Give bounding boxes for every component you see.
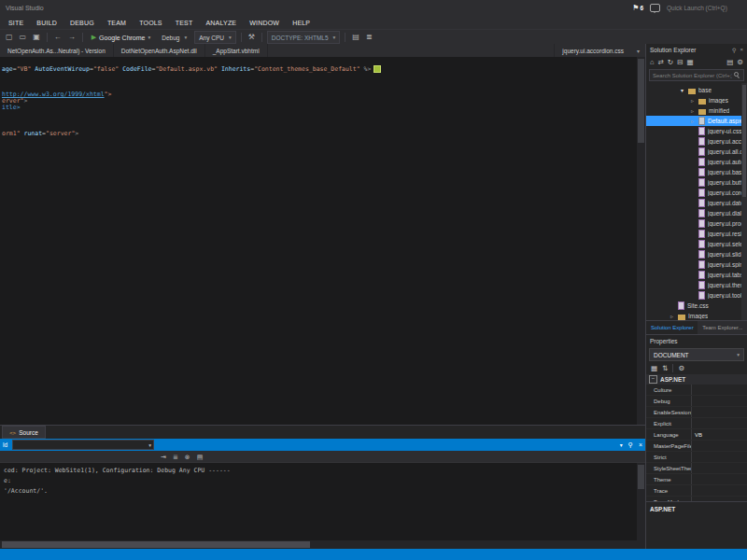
clear-all-icon[interactable]: ⊗ xyxy=(185,454,190,460)
property-pages-icon[interactable]: ⚙ xyxy=(678,365,684,372)
platform-dropdown[interactable]: Any CPU ▾ xyxy=(194,31,236,44)
chevron-collapsed-icon[interactable]: ▹ xyxy=(691,118,698,124)
property-value[interactable] xyxy=(692,407,747,417)
tree-item-jquery-ui-core-css[interactable]: jquery.ui.core.css xyxy=(646,188,747,198)
document-tab[interactable]: DotNetOpenAuth.AspNet.dll xyxy=(114,44,205,57)
output-title-bar[interactable]: ld ▾ ▾ ⚲ × xyxy=(0,439,645,451)
tab-solution-explorer[interactable]: Solution Explorer xyxy=(646,321,698,334)
collapse-category-icon[interactable]: − xyxy=(649,375,657,384)
solution-search-input[interactable]: Search Solution Explorer (Ctrl+;) xyxy=(649,69,744,81)
code-editor[interactable]: age="VB" AutoEventWireup="false" CodeFil… xyxy=(0,57,645,425)
tree-vertical-scrollbar[interactable] xyxy=(741,83,747,320)
property-row[interactable]: Culture xyxy=(646,385,747,396)
tree-item-default-aspx[interactable]: ▹Default.aspx xyxy=(646,116,747,126)
preview-document-tab[interactable]: jquery.ui.accordion.css xyxy=(554,44,631,57)
tree-item-jquery-ui-datepicker-css[interactable]: jquery.ui.datepicker.css xyxy=(646,198,747,208)
build-icon[interactable]: ⚒ xyxy=(247,34,257,41)
menu-item-debug[interactable]: DEBUG xyxy=(63,20,101,26)
tree-item-jquery-ui-progressbar-css[interactable]: jquery.ui.progressbar.css xyxy=(646,218,747,229)
tree-item-minified[interactable]: ▹minified xyxy=(646,105,747,116)
property-value[interactable] xyxy=(692,452,747,462)
property-value[interactable] xyxy=(692,474,747,484)
property-row[interactable]: Explicit xyxy=(646,418,747,429)
notifications-flag-icon[interactable]: ⚑6 xyxy=(632,4,643,12)
tree-item-jquery-ui-all-css[interactable]: jquery.ui.all.css xyxy=(646,147,747,157)
home-icon[interactable]: ⌂ xyxy=(650,59,655,66)
property-row[interactable]: MasterPageFile xyxy=(646,441,747,452)
menu-item-team[interactable]: TEAM xyxy=(101,20,133,26)
show-output-from-dropdown[interactable]: ▾ xyxy=(12,440,154,450)
tree-item-jquery-ui-theme-css[interactable]: jquery.ui.theme.css xyxy=(646,280,747,290)
show-all-files-icon[interactable]: ▦ xyxy=(686,59,693,66)
tree-item-jquery-ui-css[interactable]: jquery-ui.css xyxy=(646,126,747,136)
tree-item-jquery-ui-tabs-css[interactable]: jquery.ui.tabs.css xyxy=(646,270,747,280)
tree-item-images[interactable]: ▹Images xyxy=(646,311,747,320)
tree-item-jquery-ui-autocomplete-css[interactable]: jquery.ui.autocomplete.css xyxy=(646,157,747,167)
tree-item-jquery-ui-slider-css[interactable]: jquery.ui.slider.css xyxy=(646,249,747,259)
navigate-forward-icon[interactable]: → xyxy=(66,34,78,41)
open-file-icon[interactable]: ▭ xyxy=(18,34,29,41)
menu-item-build[interactable]: BUILD xyxy=(30,20,63,26)
preview-selected-icon[interactable]: ▤ xyxy=(726,59,733,66)
source-view-tab[interactable]: <> Source xyxy=(2,426,46,439)
refresh-icon[interactable]: ↻ xyxy=(668,59,673,66)
menu-item-window[interactable]: WINDOW xyxy=(243,20,286,26)
alphabetical-icon[interactable]: ⇅ xyxy=(662,365,668,372)
properties-object-dropdown[interactable]: DOCUMENT ▾ xyxy=(649,348,744,361)
properties-icon[interactable]: ⚙ xyxy=(737,59,743,66)
save-icon[interactable]: ▣ xyxy=(31,34,42,41)
tree-item-jquery-ui-tooltip-css[interactable]: jquery.ui.tooltip.css xyxy=(646,290,747,301)
start-debugging-button[interactable]: ▶ Google Chrome ▾ xyxy=(88,34,155,41)
word-wrap-icon[interactable]: ≣ xyxy=(173,454,178,460)
property-value[interactable] xyxy=(692,385,747,395)
list-icon[interactable]: ≣ xyxy=(364,34,374,41)
property-value[interactable] xyxy=(692,441,747,451)
categorized-icon[interactable]: ▦ xyxy=(651,365,657,372)
property-row[interactable]: Debug xyxy=(646,396,747,407)
tree-item-jquery-ui-accordion-css[interactable]: jquery.ui.accordion.css xyxy=(646,136,747,147)
property-value[interactable]: VB xyxy=(692,429,747,440)
scrollbar-thumb[interactable] xyxy=(742,85,746,197)
solution-explorer-title-bar[interactable]: Solution Explorer ⚲ × xyxy=(646,44,747,56)
property-value[interactable] xyxy=(692,485,747,496)
properties-title-bar[interactable]: Properties xyxy=(646,335,747,347)
scrollbar-thumb[interactable] xyxy=(638,59,644,143)
property-row[interactable]: StyleSheetTheme xyxy=(646,463,747,474)
chevron-collapsed-icon[interactable]: ▹ xyxy=(670,313,678,319)
navigate-back-icon[interactable]: ← xyxy=(52,34,63,41)
tree-item-jquery-ui-dialog-css[interactable]: jquery.ui.dialog.css xyxy=(646,208,747,218)
output-content[interactable]: ced: Project: WebSite1(1), Configuration… xyxy=(0,463,645,540)
doctype-dropdown[interactable]: DOCTYPE: XHTML5 ▾ xyxy=(267,31,340,44)
sync-with-active-document-icon[interactable]: ⇄ xyxy=(658,59,664,66)
pin-icon[interactable]: ⚲ xyxy=(732,47,736,53)
pin-icon[interactable]: ⚲ xyxy=(628,441,633,449)
close-icon[interactable]: × xyxy=(740,47,743,53)
tree-item-site-css[interactable]: Site.css xyxy=(646,301,747,311)
tree-item-jquery-ui-spinner-css[interactable]: jquery.ui.spinner.css xyxy=(646,259,747,270)
menu-item-test[interactable]: TEST xyxy=(169,20,200,26)
property-row[interactable]: Strict xyxy=(646,452,747,463)
chevron-collapsed-icon[interactable]: ▹ xyxy=(691,97,698,104)
goto-message-icon[interactable]: ⇥ xyxy=(161,454,166,460)
window-position-icon[interactable]: ▾ xyxy=(620,441,623,448)
chevron-collapsed-icon[interactable]: ▹ xyxy=(691,107,698,114)
menu-item-site[interactable]: SITE xyxy=(2,20,30,26)
property-value[interactable] xyxy=(692,418,747,428)
property-row[interactable]: Trace xyxy=(646,485,747,497)
close-icon[interactable]: × xyxy=(639,441,642,448)
property-category-header[interactable]: − ASP.NET xyxy=(646,374,747,385)
property-row[interactable]: Theme xyxy=(646,474,747,485)
tree-item-jquery-ui-button-css[interactable]: jquery.ui.button.css xyxy=(646,177,747,188)
toggle-output-icon[interactable]: ▤ xyxy=(197,454,204,460)
scrollbar-thumb[interactable] xyxy=(638,465,644,489)
feedback-icon[interactable] xyxy=(650,4,660,12)
tree-item-jquery-ui-base-css[interactable]: jquery.ui.base.css xyxy=(646,167,747,177)
scrollbar-thumb[interactable] xyxy=(2,541,310,548)
tree-item-jquery-ui-selectable-css[interactable]: jquery.ui.selectable.css xyxy=(646,239,747,249)
property-value[interactable] xyxy=(692,396,747,406)
tab-team-explorer[interactable]: Team Explorer... xyxy=(698,321,747,334)
solution-config-dropdown[interactable]: Debug ▾ xyxy=(157,31,191,44)
quick-launch-input[interactable]: Quick Launch (Ctrl+Q) xyxy=(667,5,741,11)
menu-item-help[interactable]: HELP xyxy=(286,20,317,26)
property-row[interactable]: LanguageVB xyxy=(646,429,747,441)
